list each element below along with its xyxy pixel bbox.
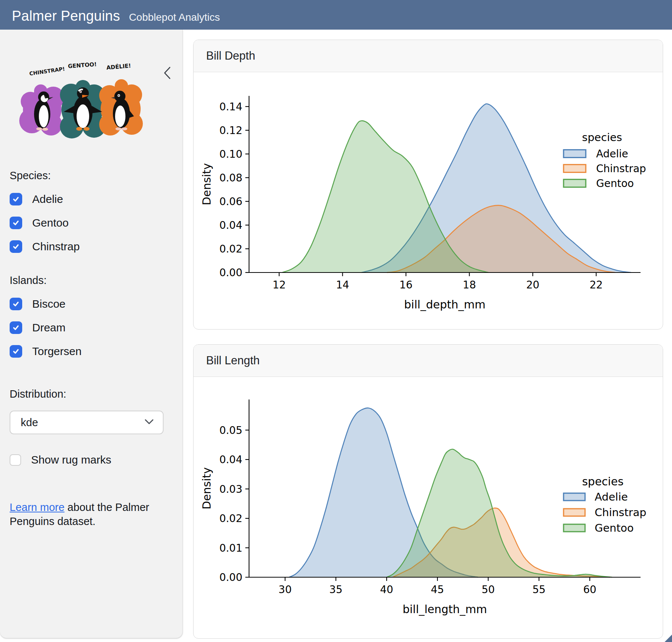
checkbox-row-gentoo[interactable]: Gentoo: [10, 217, 173, 229]
legend-label-gentoo: Gentoo: [595, 522, 634, 534]
svg-text:16: 16: [399, 279, 413, 291]
svg-text:30: 30: [279, 584, 292, 596]
chevron-down-icon: [144, 419, 154, 426]
torgersen-checkbox[interactable]: [10, 345, 22, 358]
checkbox-row-biscoe[interactable]: Biscoe: [10, 298, 173, 310]
svg-text:14: 14: [336, 279, 349, 291]
legend-patch-chinstrap: [564, 509, 585, 516]
species-label: Species:: [10, 170, 173, 182]
legend-label-adelie: Adelie: [595, 491, 628, 503]
legend: speciesAdelieChinstrapGentoo: [564, 475, 646, 534]
svg-text:0.00: 0.00: [219, 267, 242, 279]
legend-patch-gentoo: [564, 180, 586, 187]
gentoo-checkbox[interactable]: [10, 217, 22, 229]
svg-text:0.02: 0.02: [219, 243, 242, 255]
svg-text:0.08: 0.08: [219, 172, 242, 184]
adelie-label: ADÉLIE!: [106, 62, 131, 71]
legend-title: species: [582, 475, 624, 488]
svg-text:0.06: 0.06: [219, 195, 242, 208]
chinstrap-checkbox[interactable]: [10, 240, 22, 253]
distribution-label: Distribution:: [10, 388, 173, 400]
legend-title: species: [582, 131, 622, 144]
svg-text:55: 55: [532, 584, 546, 596]
checkbox-row-adelie[interactable]: Adelie: [10, 193, 173, 205]
svg-text:0.10: 0.10: [219, 148, 242, 160]
bill-depth-kde-chart: 1214161820220.000.020.040.060.080.100.12…: [194, 74, 663, 329]
svg-text:0.02: 0.02: [219, 512, 242, 525]
resize-grip[interactable]: [665, 635, 672, 642]
rug-checkbox-label[interactable]: Show rug marks: [31, 454, 111, 466]
penguins-artwork: CHINSTRAP! GENTOO! ADÉLIE!: [10, 50, 165, 155]
learn-more-link[interactable]: Learn more: [10, 501, 64, 513]
adelie-checkbox[interactable]: [10, 193, 22, 205]
app-title: Palmer Penguins: [12, 8, 120, 24]
svg-text:20: 20: [526, 279, 540, 291]
legend: speciesAdelieChinstrapGentoo: [564, 131, 646, 190]
chinstrap-label: CHINSTRAP!: [29, 66, 65, 77]
distribution-select-value: kde: [21, 417, 38, 429]
svg-text:60: 60: [583, 584, 597, 596]
svg-text:22: 22: [589, 279, 603, 291]
svg-text:0.14: 0.14: [219, 101, 242, 113]
checkbox-row-chinstrap[interactable]: Chinstrap: [10, 240, 173, 253]
bill-length-card-title: Bill Length: [194, 345, 663, 377]
chinstrap-checkbox-label[interactable]: Chinstrap: [32, 240, 80, 253]
gentoo-label: GENTOO!: [68, 61, 97, 70]
biscoe-checkbox[interactable]: [10, 298, 22, 310]
svg-text:40: 40: [380, 584, 393, 596]
legend-patch-adelie: [564, 493, 585, 501]
svg-text:12: 12: [273, 279, 286, 291]
svg-text:0.05: 0.05: [219, 424, 242, 437]
svg-text:0.12: 0.12: [219, 124, 242, 137]
svg-text:50: 50: [482, 584, 495, 596]
dream-checkbox[interactable]: [10, 321, 22, 334]
legend-label-chinstrap: Chinstrap: [596, 163, 646, 175]
main-content: Bill Depth 1214161820220.000.020.040.060…: [183, 30, 672, 642]
learn-more-text: Learn more about the Palmer Penguins dat…: [10, 500, 154, 529]
app-subtitle: Cobblepot Analytics: [129, 11, 220, 23]
rug-checkbox-row[interactable]: Show rug marks: [10, 454, 173, 466]
card-bill-depth: Bill Depth 1214161820220.000.020.040.060…: [193, 40, 663, 330]
x-axis-label: bill_depth_mm: [404, 298, 485, 311]
bill-depth-card-title: Bill Depth: [194, 40, 663, 72]
rug-checkbox[interactable]: [10, 454, 21, 466]
biscoe-checkbox-label[interactable]: Biscoe: [32, 298, 65, 310]
chevron-left-icon: [163, 66, 171, 81]
distribution-select[interactable]: kde: [10, 411, 164, 434]
sidebar: CHINSTRAP! GENTOO! ADÉLIE! Species: Adel…: [0, 30, 183, 638]
header-bar: Palmer Penguins Cobblepot Analytics: [0, 0, 672, 30]
svg-text:0.01: 0.01: [219, 542, 242, 554]
legend-patch-adelie: [564, 150, 586, 158]
svg-text:0.03: 0.03: [219, 483, 242, 495]
gentoo-checkbox-label[interactable]: Gentoo: [32, 217, 68, 229]
dream-checkbox-label[interactable]: Dream: [32, 321, 65, 334]
islands-label: Islands:: [10, 274, 173, 287]
checkbox-row-torgersen[interactable]: Torgersen: [10, 345, 173, 358]
sidebar-collapse-button[interactable]: [161, 65, 174, 81]
svg-text:0.04: 0.04: [219, 454, 242, 466]
legend-label-gentoo: Gentoo: [596, 177, 634, 190]
y-axis-label: Density: [200, 163, 213, 205]
x-axis-label: bill_length_mm: [403, 603, 487, 616]
torgersen-checkbox-label[interactable]: Torgersen: [32, 345, 81, 358]
svg-text:0.04: 0.04: [219, 219, 242, 231]
kde-series: [282, 104, 631, 272]
checkbox-row-dream[interactable]: Dream: [10, 321, 173, 334]
legend-label-chinstrap: Chinstrap: [595, 506, 646, 519]
y-axis-label: Density: [200, 467, 213, 509]
legend-patch-gentoo: [564, 524, 585, 532]
legend-patch-chinstrap: [564, 165, 586, 173]
svg-text:0.00: 0.00: [219, 571, 242, 584]
legend-label-adelie: Adelie: [596, 148, 628, 160]
svg-text:35: 35: [329, 584, 343, 596]
svg-text:45: 45: [431, 584, 444, 596]
bill-length-kde-chart: 303540455055600.000.010.020.030.040.05bi…: [194, 379, 663, 638]
adelie-checkbox-label[interactable]: Adelie: [32, 193, 63, 205]
svg-text:18: 18: [463, 279, 476, 291]
card-bill-length: Bill Length 303540455055600.000.010.020.…: [193, 344, 663, 639]
